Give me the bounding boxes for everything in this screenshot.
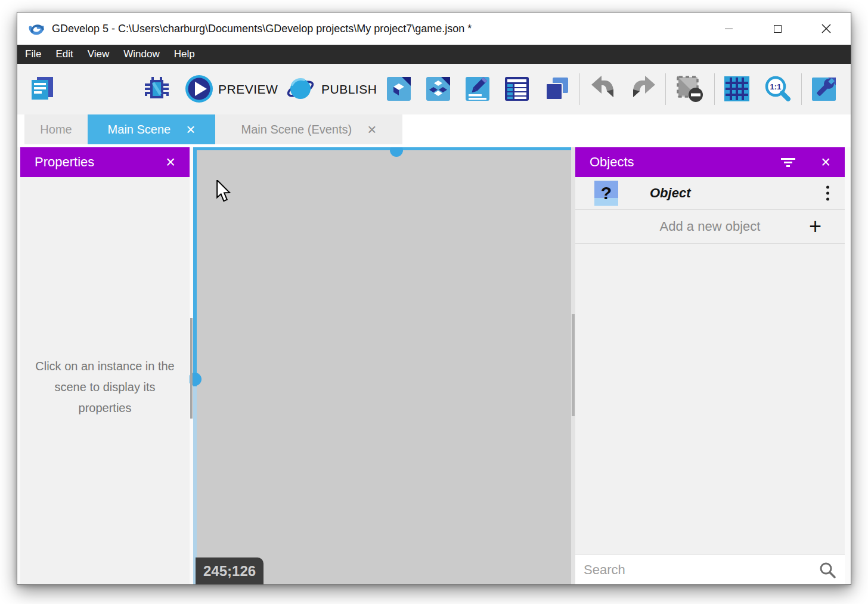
filter-icon[interactable]: [780, 157, 796, 168]
mouse-cursor-icon: [216, 180, 231, 203]
objects-title: Objects: [590, 154, 634, 170]
publish-globe-icon: [286, 75, 315, 103]
zoom-reset-button[interactable]: 1:1: [763, 75, 792, 103]
close-icon: [822, 24, 831, 33]
minimize-icon: [725, 29, 733, 29]
layers-icon: [542, 75, 571, 103]
objects-header: Objects ×: [575, 147, 845, 177]
menu-help[interactable]: Help: [167, 45, 202, 64]
maximize-icon: [774, 25, 782, 33]
menu-window[interactable]: Window: [116, 45, 166, 64]
add-object-row[interactable]: Add a new object +: [575, 210, 845, 244]
edit-events-button[interactable]: [503, 75, 531, 103]
scene-cube-icon: [385, 75, 413, 103]
tab-close-icon[interactable]: ×: [367, 122, 376, 137]
search-icon[interactable]: [819, 561, 836, 579]
objects-list-empty-space: [575, 244, 845, 555]
layers-button[interactable]: [542, 75, 571, 103]
toolbar-separator: [801, 73, 802, 105]
close-button[interactable]: [802, 13, 851, 45]
edit-scene-properties-button[interactable]: [463, 75, 492, 103]
scene-canvas-area[interactable]: 245;126: [190, 147, 575, 584]
add-object-label: Add a new object: [575, 219, 809, 234]
close-objects-icon[interactable]: ×: [821, 154, 830, 171]
object-menu-icon[interactable]: [826, 186, 829, 201]
tab-main-scene-label: Main Scene: [108, 123, 171, 137]
events-sheet-icon: [503, 75, 531, 103]
toolbar: PREVIEW PUBLISH: [17, 64, 851, 114]
zoom-1-1-icon: 1:1: [763, 75, 792, 103]
grid-icon: [723, 75, 751, 103]
close-properties-icon[interactable]: ×: [166, 154, 175, 171]
tab-home[interactable]: Home: [24, 114, 88, 144]
mask-deselect-icon: [675, 75, 704, 103]
menu-bar: File Edit View Window Help: [17, 45, 851, 64]
game-window-left-border-lower: [193, 386, 197, 584]
game-window-left-border: [193, 147, 197, 386]
objects-search-bar: [575, 555, 845, 584]
add-object-plus-icon[interactable]: +: [809, 214, 845, 239]
object-list-item[interactable]: ? Object: [575, 177, 845, 210]
wrench-icon: [810, 75, 838, 103]
redo-icon: [629, 75, 658, 103]
vertical-scrollbar-thumb[interactable]: [572, 314, 575, 416]
undo-icon: [589, 75, 618, 103]
vertical-scrollbar[interactable]: [571, 147, 575, 584]
title-bar: GDevelop 5 - C:\Users\charburg\Documents…: [17, 13, 851, 45]
minimize-button[interactable]: [704, 13, 753, 45]
cursor-coordinates-badge: 245;126: [196, 557, 264, 584]
search-input[interactable]: [584, 562, 819, 578]
properties-title: Properties: [35, 154, 94, 170]
editor-content: Properties × Click on an instance in the…: [17, 147, 851, 584]
tab-main-scene[interactable]: Main Scene ×: [88, 114, 215, 144]
menu-view[interactable]: View: [80, 45, 117, 64]
scene-tools-button[interactable]: [810, 75, 838, 103]
project-manager-icon: [28, 75, 57, 103]
editor-tab-bar: Home Main Scene × Main Scene (Events) ×: [17, 114, 851, 147]
properties-empty-message: Click on an instance in the scene to dis…: [29, 356, 181, 419]
tab-main-scene-events-label: Main Scene (Events): [241, 123, 352, 137]
maximize-button[interactable]: [753, 13, 802, 45]
debugger-button[interactable]: [142, 75, 171, 103]
scene-canvas[interactable]: [197, 150, 571, 584]
objects-cubes-icon: [424, 75, 452, 103]
edit-scene-button[interactable]: [385, 75, 413, 103]
svg-text:1:1: 1:1: [770, 82, 782, 91]
menu-edit[interactable]: Edit: [48, 45, 80, 64]
tab-close-icon[interactable]: ×: [186, 122, 195, 137]
preview-button[interactable]: [185, 75, 213, 103]
toolbar-separator: [579, 73, 580, 105]
tab-home-label: Home: [40, 123, 72, 137]
publish-label[interactable]: PUBLISH: [321, 64, 377, 114]
project-manager-button[interactable]: [28, 75, 57, 103]
left-scrollbar-thumb[interactable]: [190, 318, 193, 419]
object-question-icon: ?: [594, 181, 618, 206]
object-name: Object: [650, 185, 690, 201]
tab-main-scene-events[interactable]: Main Scene (Events) ×: [215, 114, 402, 144]
toggle-grid-button[interactable]: [723, 75, 751, 103]
debugger-bug-icon: [142, 75, 171, 103]
menu-file[interactable]: File: [18, 45, 48, 64]
game-window-top-border: [193, 147, 571, 150]
gdevelop-logo-icon: [27, 20, 47, 38]
properties-header: Properties ×: [20, 147, 190, 177]
pencil-icon: [463, 75, 492, 103]
toggle-mask-button[interactable]: [675, 75, 704, 103]
app-window: GDevelop 5 - C:\Users\charburg\Documents…: [17, 12, 851, 585]
toolbar-separator: [665, 73, 666, 105]
edit-objects-button[interactable]: [424, 75, 452, 103]
redo-button[interactable]: [629, 75, 658, 103]
publish-button[interactable]: [286, 75, 315, 103]
play-icon: [185, 75, 213, 103]
toolbar-separator: [714, 73, 715, 105]
undo-button[interactable]: [589, 75, 618, 103]
objects-panel: Objects × ? Object Add a new object: [575, 147, 845, 584]
properties-panel: Properties × Click on an instance in the…: [20, 147, 190, 584]
preview-label[interactable]: PREVIEW: [218, 64, 278, 114]
window-title: GDevelop 5 - C:\Users\charburg\Documents…: [52, 23, 472, 35]
